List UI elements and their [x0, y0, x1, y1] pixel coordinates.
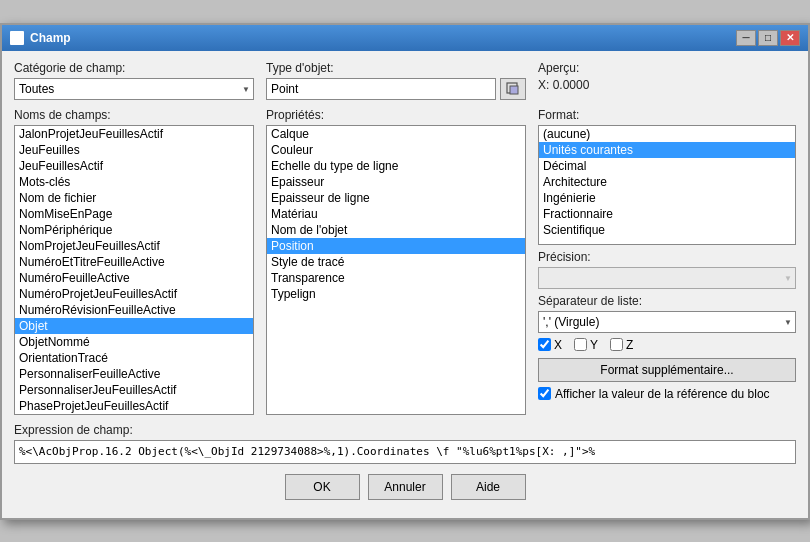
list-item[interactable]: NomMiseEnPage: [15, 206, 253, 222]
list-item[interactable]: Typelign: [267, 286, 525, 302]
bottom-buttons: OK Annuler Aide: [14, 474, 796, 508]
apercu-section: Aperçu: X: 0.0000: [538, 61, 796, 100]
dialog-icon: [10, 31, 24, 45]
categorie-section: Catégorie de champ: Toutes: [14, 61, 254, 100]
format-supplementaire-button[interactable]: Format supplémentaire...: [538, 358, 796, 382]
checkbox-z-input[interactable]: [610, 338, 623, 351]
dialog-title: Champ: [30, 31, 71, 45]
afficher-checkbox[interactable]: [538, 387, 551, 400]
noms-label: Noms de champs:: [14, 108, 254, 122]
sep-row: Séparateur de liste: ',' (Virgule): [538, 294, 796, 333]
categorie-select-wrapper[interactable]: Toutes: [14, 78, 254, 100]
apercu-label: Aperçu:: [538, 61, 796, 75]
checkbox-z-label: Z: [626, 338, 633, 352]
dialog-body: Catégorie de champ: Toutes Type d'objet:: [2, 51, 808, 518]
noms-listbox[interactable]: JalonProjetJeuFeuillesActifJeuFeuillesJe…: [14, 125, 254, 415]
list-item[interactable]: ObjetNommé: [15, 334, 253, 350]
precision-label: Précision:: [538, 250, 796, 264]
expression-label: Expression de champ:: [14, 423, 796, 437]
main-columns: Noms de champs: JalonProjetJeuFeuillesAc…: [14, 108, 796, 415]
apercu-value: X: 0.0000: [538, 78, 796, 92]
list-item[interactable]: Couleur: [267, 142, 525, 158]
checkbox-y-input[interactable]: [574, 338, 587, 351]
type-objet-input[interactable]: [266, 78, 496, 100]
afficher-label: Afficher la valeur de la référence du bl…: [555, 387, 770, 401]
annuler-button[interactable]: Annuler: [368, 474, 443, 500]
list-item[interactable]: NuméroFeuilleActive: [15, 270, 253, 286]
categorie-select[interactable]: Toutes: [14, 78, 254, 100]
sep-select[interactable]: ',' (Virgule): [538, 311, 796, 333]
list-item[interactable]: JeuFeuillesActif: [15, 158, 253, 174]
checkbox-x-input[interactable]: [538, 338, 551, 351]
list-item[interactable]: Matériau: [267, 206, 525, 222]
sep-select-wrapper[interactable]: ',' (Virgule): [538, 311, 796, 333]
format-item[interactable]: Architecture: [539, 174, 795, 190]
champ-dialog: Champ ─ □ ✕ Catégorie de champ: Toutes T…: [0, 23, 810, 520]
close-button[interactable]: ✕: [780, 30, 800, 46]
right-column: Format: (aucune)Unités courantesDécimalA…: [538, 108, 796, 415]
precision-select-wrapper: [538, 267, 796, 289]
expression-input[interactable]: [14, 440, 796, 464]
list-item[interactable]: OrientationTracé: [15, 350, 253, 366]
list-item[interactable]: Calque: [267, 126, 525, 142]
list-item[interactable]: PersonnaliserFeuilleActive: [15, 366, 253, 382]
afficher-row: Afficher la valeur de la référence du bl…: [538, 387, 796, 401]
list-item[interactable]: JalonProjetJeuFeuillesActif: [15, 126, 253, 142]
list-item[interactable]: Epaisseur: [267, 174, 525, 190]
checkboxes-row: X Y Z: [538, 338, 796, 352]
aide-button[interactable]: Aide: [451, 474, 526, 500]
expression-row: Expression de champ:: [14, 423, 796, 464]
format-item[interactable]: Décimal: [539, 158, 795, 174]
checkbox-x[interactable]: X: [538, 338, 562, 352]
precision-select[interactable]: [538, 267, 796, 289]
noms-section: Noms de champs: JalonProjetJeuFeuillesAc…: [14, 108, 254, 415]
format-item[interactable]: Ingénierie: [539, 190, 795, 206]
categorie-label: Catégorie de champ:: [14, 61, 254, 75]
list-item[interactable]: JeuFeuilles: [15, 142, 253, 158]
maximize-button[interactable]: □: [758, 30, 778, 46]
type-objet-icon-btn[interactable]: [500, 78, 526, 100]
format-item[interactable]: Fractionnaire: [539, 206, 795, 222]
list-item[interactable]: NuméroRévisionFeuilleActive: [15, 302, 253, 318]
checkbox-x-label: X: [554, 338, 562, 352]
format-label: Format:: [538, 108, 796, 122]
format-item[interactable]: (aucune): [539, 126, 795, 142]
list-item[interactable]: Style de tracé: [267, 254, 525, 270]
list-item[interactable]: Transparence: [267, 270, 525, 286]
ok-button[interactable]: OK: [285, 474, 360, 500]
minimize-button[interactable]: ─: [736, 30, 756, 46]
list-item[interactable]: NuméroEtTitreFeuilleActive: [15, 254, 253, 270]
select-icon: [506, 82, 520, 96]
top-row: Catégorie de champ: Toutes Type d'objet:: [14, 61, 796, 100]
type-objet-row: [266, 78, 526, 100]
list-item[interactable]: Sous-JeuFeuillesActif: [15, 414, 253, 415]
title-bar-left: Champ: [10, 31, 71, 45]
format-item[interactable]: Scientifique: [539, 222, 795, 238]
proprietes-label: Propriétés:: [266, 108, 526, 122]
list-item[interactable]: Nom de fichier: [15, 190, 253, 206]
checkbox-y[interactable]: Y: [574, 338, 598, 352]
list-item[interactable]: Nom de l'objet: [267, 222, 525, 238]
proprietes-section: Propriétés: CalqueCouleurEchelle du type…: [266, 108, 526, 415]
list-item[interactable]: Mots-clés: [15, 174, 253, 190]
list-item[interactable]: Epaisseur de ligne: [267, 190, 525, 206]
list-item[interactable]: Echelle du type de ligne: [267, 158, 525, 174]
list-item[interactable]: PersonnaliserJeuFeuillesActif: [15, 382, 253, 398]
type-objet-section: Type d'objet:: [266, 61, 526, 100]
sep-label: Séparateur de liste:: [538, 294, 796, 308]
format-listbox[interactable]: (aucune)Unités courantesDécimalArchitect…: [538, 125, 796, 245]
type-objet-label: Type d'objet:: [266, 61, 526, 75]
title-bar: Champ ─ □ ✕: [2, 25, 808, 51]
format-item[interactable]: Unités courantes: [539, 142, 795, 158]
list-item[interactable]: NomProjetJeuFeuillesActif: [15, 238, 253, 254]
precision-row: Précision:: [538, 250, 796, 289]
list-item[interactable]: Objet: [15, 318, 253, 334]
title-controls: ─ □ ✕: [736, 30, 800, 46]
proprietes-listbox[interactable]: CalqueCouleurEchelle du type de ligneEpa…: [266, 125, 526, 415]
list-item[interactable]: Position: [267, 238, 525, 254]
checkbox-y-label: Y: [590, 338, 598, 352]
list-item[interactable]: PhaseProjetJeuFeuillesActif: [15, 398, 253, 414]
list-item[interactable]: NomPériphérique: [15, 222, 253, 238]
list-item[interactable]: NuméroProjetJeuFeuillesActif: [15, 286, 253, 302]
checkbox-z[interactable]: Z: [610, 338, 633, 352]
